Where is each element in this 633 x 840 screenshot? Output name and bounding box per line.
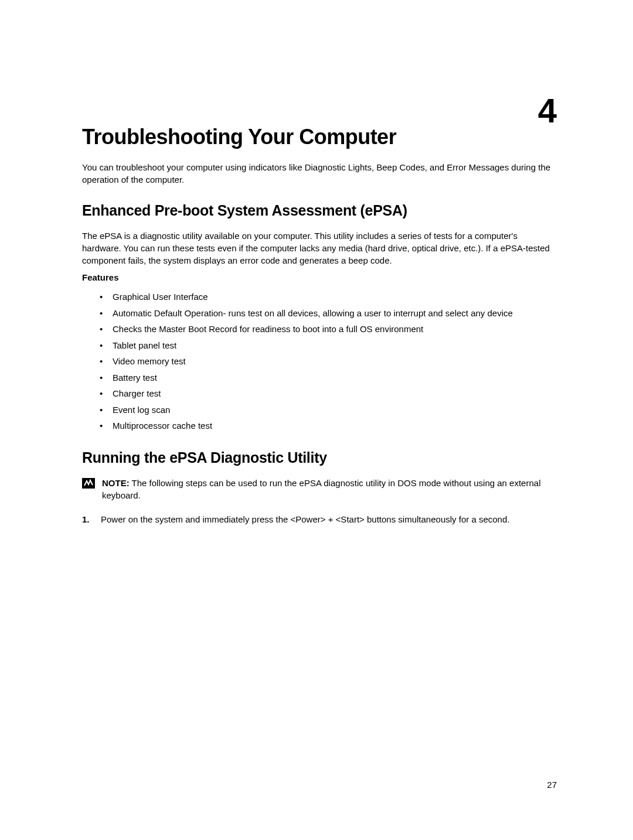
section-running-title: Running the ePSA Diagnostic Utility [82,449,557,466]
feature-item: Video memory test [113,355,557,368]
note-icon [82,478,95,489]
note-label: NOTE: [102,478,130,488]
step-number: 1. [82,513,101,525]
features-heading: Features [82,272,557,282]
feature-item: Charger test [113,387,557,401]
step-list: 1. Power on the system and immediately p… [82,513,557,525]
page-number: 27 [547,780,557,790]
feature-item: Automatic Default Operation- runs test o… [113,307,557,320]
step-text: Power on the system and immediately pres… [101,513,557,525]
feature-item: Event log scan [113,404,557,417]
feature-item: Multiprocessor cache test [113,419,557,433]
feature-item: Checks the Master Boot Record for readin… [113,323,557,336]
feature-item: Battery test [113,371,557,385]
section-epsa-text: The ePSA is a diagnostic utility availab… [82,230,557,267]
section-epsa-title: Enhanced Pre-boot System Assessment (ePS… [82,202,557,219]
step-item: 1. Power on the system and immediately p… [82,513,557,525]
intro-text: You can troubleshoot your computer using… [82,161,557,186]
main-title: Troubleshooting Your Computer [82,125,557,149]
feature-item: Tablet panel test [113,339,557,353]
note-block: NOTE: The following steps can be used to… [82,477,557,501]
chapter-number: 4 [538,91,557,130]
note-text: NOTE: The following steps can be used to… [102,477,557,501]
feature-list: Graphical User Interface Automatic Defau… [82,291,557,433]
note-body: The following steps can be used to run t… [102,478,540,500]
feature-item: Graphical User Interface [113,291,557,304]
